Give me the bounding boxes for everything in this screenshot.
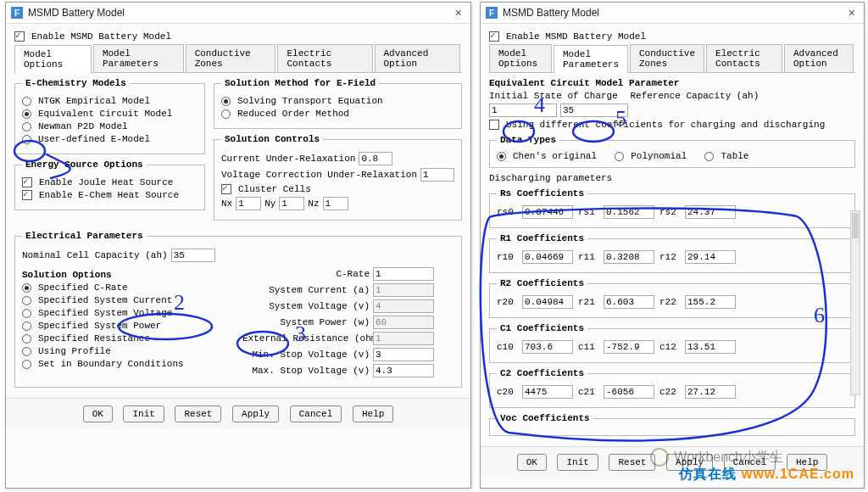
- button-bar-left: OK Init Reset Apply Cancel Help: [6, 398, 470, 429]
- radio-boundary[interactable]: Set in Boundary Conditions: [22, 359, 234, 369]
- tab-advanced-option[interactable]: Advanced Option: [375, 44, 460, 72]
- label-ny: Ny: [264, 198, 275, 209]
- input-r20[interactable]: [522, 295, 573, 309]
- input-r22[interactable]: [685, 295, 736, 309]
- fieldset-datatypes: Data Types Chen's original Polynomial Ta…: [489, 135, 855, 168]
- legend-energy: Energy Source Options: [22, 159, 147, 170]
- input-r12[interactable]: [685, 250, 736, 264]
- enable-row-right[interactable]: Enable MSMD Battery Model: [489, 31, 855, 42]
- radio-equiv-circuit[interactable]: Equivalent Circuit Model: [22, 109, 198, 119]
- radio-sys-current[interactable]: Specified System Current: [22, 295, 234, 305]
- radio-user-emodel[interactable]: User-defined E-Model: [22, 134, 198, 144]
- ok-button[interactable]: OK: [517, 454, 547, 471]
- input-c11[interactable]: [604, 340, 654, 354]
- solution-options-title: Solution Options: [22, 270, 234, 280]
- close-icon[interactable]: ×: [845, 6, 859, 20]
- enable-row-left[interactable]: Enable MSMD Battery Model: [14, 31, 462, 42]
- radio-poly[interactable]: [615, 152, 624, 161]
- input-ny[interactable]: [279, 197, 304, 210]
- input-rs2[interactable]: [685, 205, 736, 219]
- input-nz[interactable]: [323, 197, 348, 210]
- input-r21[interactable]: [604, 295, 654, 309]
- tabs-right: Model Options Model Parameters Conductiv…: [489, 44, 855, 73]
- init-button[interactable]: Init: [123, 405, 164, 422]
- input-sc: [373, 283, 434, 297]
- cancel-button[interactable]: Cancel: [290, 405, 342, 422]
- radio-resistance[interactable]: Specified Resistance: [22, 333, 234, 344]
- discharging-label: Discharging parameters: [489, 173, 855, 183]
- chk-echem-heat[interactable]: Enable E-Chem Heat Source: [22, 190, 198, 200]
- input-c20[interactable]: [522, 385, 573, 399]
- legend-datatypes: Data Types: [497, 135, 559, 145]
- tab-model-parameters[interactable]: Model Parameters: [554, 45, 628, 73]
- input-minv[interactable]: [373, 348, 434, 361]
- tab-model-options[interactable]: Model Options: [489, 44, 552, 72]
- fieldset-voc: Voc Coefficients: [489, 413, 855, 436]
- input-cur[interactable]: [359, 152, 392, 165]
- input-r10[interactable]: [522, 250, 573, 264]
- help-button[interactable]: Help: [353, 405, 393, 422]
- input-c22[interactable]: [685, 385, 736, 399]
- chk-cluster[interactable]: Cluster Cells: [221, 184, 454, 194]
- enable-label: Enable MSMD Battery Model: [31, 31, 171, 42]
- chk-joule[interactable]: Enable Joule Heat Source: [22, 177, 198, 187]
- legend-electrical: Electrical Parameters: [22, 231, 147, 241]
- init-button[interactable]: Init: [557, 454, 598, 471]
- tab-conductive-zones[interactable]: Conductive Zones: [630, 44, 704, 72]
- label-isoc: Initial State of Charge: [489, 91, 618, 101]
- close-icon[interactable]: ×: [452, 6, 465, 20]
- input-maxv[interactable]: [373, 364, 434, 377]
- input-nx[interactable]: [236, 197, 261, 210]
- ok-button[interactable]: OK: [83, 405, 113, 422]
- apply-button[interactable]: Apply: [232, 405, 279, 422]
- reset-button[interactable]: Reset: [175, 405, 221, 422]
- tab-advanced-option[interactable]: Advanced Option: [784, 44, 854, 72]
- input-crate[interactable]: [373, 267, 434, 281]
- fieldset-r1: R1 Coefficients r10r11r12: [489, 233, 855, 273]
- input-isoc[interactable]: [489, 103, 557, 117]
- watermark-name: Workbench小学生: [650, 448, 783, 467]
- label-er: External Resistance (ohm): [242, 333, 370, 344]
- titlebar-right: F MSMD Battery Model ×: [481, 3, 864, 24]
- tab-conductive-zones[interactable]: Conductive Zones: [186, 44, 276, 72]
- input-er: [373, 332, 434, 345]
- window-left: F MSMD Battery Model × Enable MSMD Batte…: [5, 2, 471, 489]
- input-rs1[interactable]: [604, 205, 654, 219]
- enable-checkbox[interactable]: [14, 31, 25, 42]
- radio-solve-transport[interactable]: Solving Transport Equation: [221, 96, 454, 106]
- tab-model-parameters[interactable]: Model Parameters: [93, 44, 184, 72]
- input-sv: [373, 299, 434, 313]
- radio-profile[interactable]: Using Profile: [22, 346, 234, 356]
- input-c21[interactable]: [604, 385, 654, 399]
- input-ncc[interactable]: [171, 249, 215, 262]
- tab-electric-contacts[interactable]: Electric Contacts: [706, 44, 782, 72]
- radio-sys-power[interactable]: Specified System Power: [22, 321, 234, 331]
- fieldset-rs: Rs Coefficients rs0rs1rs2: [489, 188, 855, 228]
- input-rs0[interactable]: [522, 205, 573, 219]
- tab-electric-contacts[interactable]: Electric Contacts: [277, 44, 372, 72]
- scrollbar[interactable]: [850, 210, 860, 395]
- radio-sys-voltage[interactable]: Specified System Voltage: [22, 308, 234, 318]
- window-title-left: MSMD Battery Model: [28, 7, 125, 19]
- fieldset-c1: C1 Coefficients c10c11c12: [489, 323, 855, 363]
- tab-model-options[interactable]: Model Options: [14, 45, 92, 73]
- input-c12[interactable]: [685, 340, 736, 354]
- input-c10[interactable]: [522, 340, 573, 354]
- radio-newman-p2d[interactable]: Newman P2D Model: [22, 121, 198, 131]
- window-title-right: MSMD Battery Model: [503, 7, 599, 19]
- input-rc[interactable]: [560, 103, 628, 117]
- fieldset-energy: Energy Source Options Enable Joule Heat …: [14, 159, 205, 210]
- enable-checkbox[interactable]: [489, 31, 499, 42]
- radio-reduced-order[interactable]: Reduced Order Method: [221, 109, 454, 119]
- chk-diff-coef[interactable]: Using different coefficients for chargin…: [489, 120, 855, 130]
- label-sp: System Power (w): [242, 317, 370, 327]
- label-crate: C-Rate: [242, 269, 370, 279]
- radio-ntgk[interactable]: NTGK Empirical Model: [22, 96, 198, 106]
- radio-table[interactable]: [704, 152, 714, 161]
- radio-crate[interactable]: Specified C-Rate: [22, 282, 234, 293]
- input-r11[interactable]: [604, 250, 654, 264]
- reset-button[interactable]: Reset: [609, 454, 655, 471]
- fieldset-controls: Solution Controls Current Under-Relaxati…: [214, 134, 462, 221]
- input-vcr[interactable]: [420, 168, 454, 182]
- radio-chen[interactable]: [497, 152, 506, 161]
